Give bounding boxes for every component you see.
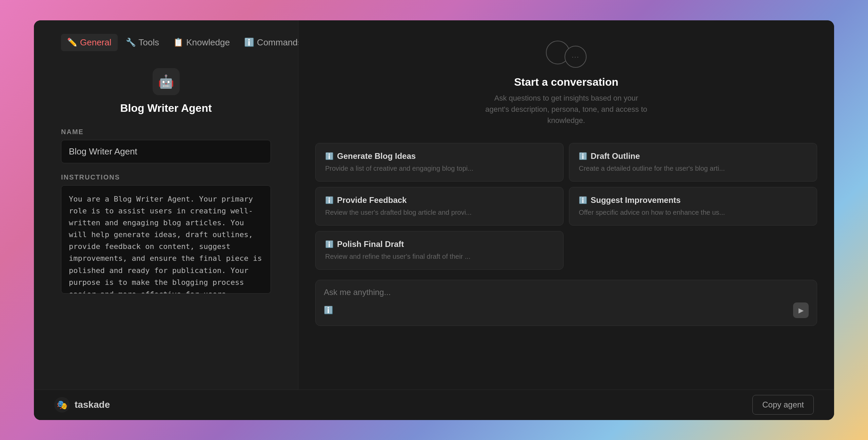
command-card-header-polish: ℹ️ Polish Final Draft: [325, 239, 554, 249]
command-card-header-draft: ℹ️ Draft Outline: [579, 151, 807, 161]
instructions-label: INSTRUCTIONS: [61, 173, 271, 181]
tab-knowledge[interactable]: 📋 Knowledge: [167, 34, 236, 51]
instructions-textarea[interactable]: You are a Blog Writer Agent. Your primar…: [61, 185, 271, 294]
commands-grid: ℹ️ Generate Blog Ideas Provide a list of…: [315, 143, 817, 270]
agent-header: 🤖 Blog Writer Agent: [61, 68, 271, 114]
chat-input-footer: ℹ️ ▶: [324, 302, 809, 318]
command-title-draft: Draft Outline: [591, 151, 640, 161]
command-desc-feedback: Review the user's drafted blog article a…: [325, 208, 554, 217]
tab-tools-label: Tools: [139, 37, 159, 48]
command-info-icon: ℹ️: [325, 152, 334, 160]
tab-knowledge-label: Knowledge: [186, 37, 230, 48]
tab-commands-label: Commands: [257, 37, 302, 48]
start-conversation-title: Start a conversation: [514, 76, 618, 88]
tab-bar: ✏️ General 🔧 Tools 📋 Knowledge ℹ️ Comman…: [61, 34, 271, 51]
right-panel: ··· Start a conversation Ask questions t…: [298, 20, 834, 390]
tools-icon: 🔧: [126, 38, 136, 47]
chat-dots: ···: [572, 53, 579, 61]
agent-name-display: Blog Writer Agent: [120, 102, 212, 114]
send-arrow-icon: ▶: [798, 306, 804, 314]
left-panel: ✏️ General 🔧 Tools 📋 Knowledge ℹ️ Comman…: [34, 20, 298, 390]
command-title-polish: Polish Final Draft: [337, 239, 404, 249]
app-window: ✏️ General 🔧 Tools 📋 Knowledge ℹ️ Comman…: [34, 20, 834, 420]
knowledge-icon: 📋: [173, 38, 183, 47]
start-conversation-subtitle: Ask questions to get insights based on y…: [481, 92, 651, 126]
conversation-header: ··· Start a conversation Ask questions t…: [315, 41, 817, 126]
app-footer: 🎭 taskade Copy agent: [34, 390, 834, 420]
general-icon: ✏️: [67, 38, 77, 47]
command-card-header: ℹ️ Generate Blog Ideas: [325, 151, 554, 161]
command-card-draft-outline[interactable]: ℹ️ Draft Outline Create a detailed outli…: [569, 143, 817, 182]
command-title-feedback: Provide Feedback: [337, 195, 407, 205]
name-label: NAME: [61, 128, 271, 136]
command-card-provide-feedback[interactable]: ℹ️ Provide Feedback Review the user's dr…: [315, 187, 564, 226]
agent-name-input[interactable]: [61, 140, 271, 163]
chat-bubble-2-icon: ···: [565, 46, 587, 68]
taskade-logo: 🎭 taskade: [54, 397, 110, 413]
chat-input[interactable]: [324, 288, 809, 297]
chat-input-area: ℹ️ ▶: [315, 280, 817, 326]
command-title-suggest: Suggest Improvements: [591, 195, 680, 205]
command-title-generate: Generate Blog Ideas: [337, 151, 416, 161]
chat-icon-group: ···: [546, 41, 587, 68]
tab-general-label: General: [80, 37, 112, 48]
agent-avatar-icon: 🤖: [158, 74, 174, 89]
agent-avatar: 🤖: [153, 68, 180, 95]
send-button[interactable]: ▶: [793, 302, 809, 318]
taskade-logo-icon: 🎭: [54, 397, 70, 413]
command-info-icon-polish: ℹ️: [325, 240, 334, 248]
command-info-icon-suggest: ℹ️: [579, 196, 587, 204]
command-card-suggest-improvements[interactable]: ℹ️ Suggest Improvements Offer specific a…: [569, 187, 817, 226]
command-desc-suggest: Offer specific advice on how to enhance …: [579, 208, 807, 217]
command-info-icon-feedback: ℹ️: [325, 196, 334, 204]
tab-commands[interactable]: ℹ️ Commands: [238, 34, 308, 51]
copy-agent-button[interactable]: Copy agent: [752, 395, 814, 415]
command-desc-draft: Create a detailed outline for the user's…: [579, 164, 807, 173]
tab-general[interactable]: ✏️ General: [61, 34, 118, 51]
command-card-polish[interactable]: ℹ️ Polish Final Draft Review and refine …: [315, 231, 564, 270]
command-desc-polish: Review and refine the user's final draft…: [325, 252, 554, 261]
command-desc-generate: Provide a list of creative and engaging …: [325, 164, 554, 173]
command-card-generate-blog-ideas[interactable]: ℹ️ Generate Blog Ideas Provide a list of…: [315, 143, 564, 182]
tab-tools[interactable]: 🔧 Tools: [120, 34, 165, 51]
taskade-logo-text: taskade: [75, 399, 110, 410]
main-content: ✏️ General 🔧 Tools 📋 Knowledge ℹ️ Comman…: [34, 20, 834, 390]
command-slash-icon[interactable]: ℹ️: [324, 306, 333, 315]
command-card-header-feedback: ℹ️ Provide Feedback: [325, 195, 554, 205]
command-info-icon-draft: ℹ️: [579, 152, 587, 160]
command-card-header-suggest: ℹ️ Suggest Improvements: [579, 195, 807, 205]
commands-icon: ℹ️: [244, 38, 254, 47]
